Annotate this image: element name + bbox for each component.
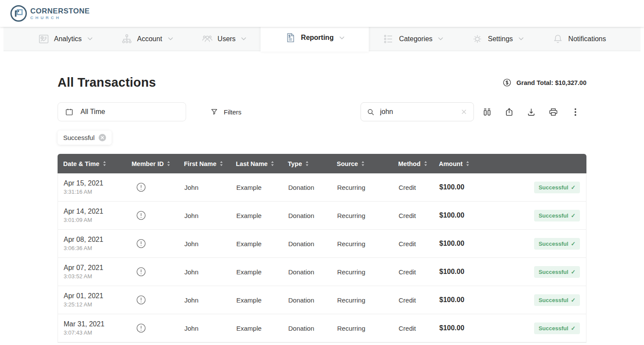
sort-icon [305, 161, 309, 166]
column-header-source[interactable]: Source [337, 160, 398, 167]
nav-item-users[interactable]: Users [187, 27, 261, 51]
alert-circle-icon[interactable] [136, 238, 146, 249]
table-row[interactable]: Apr 01, 20213:25:12 AMJohnExampleDonatio… [58, 286, 586, 314]
column-header-label: Date & Time [63, 160, 100, 167]
account-icon [121, 33, 132, 45]
column-header-method[interactable]: Method [398, 160, 439, 167]
column-header-first-name[interactable]: First Name [184, 160, 236, 167]
sort-icon [167, 161, 171, 166]
cell-type: Donation [288, 240, 337, 247]
table-row[interactable]: Mar 31, 20213:07:43 AMJohnExampleDonatio… [58, 314, 586, 342]
column-header-amount[interactable]: Amount [439, 160, 498, 167]
search-input[interactable] [380, 108, 455, 116]
dollar-circle-icon [502, 78, 512, 87]
filters-label: Filters [224, 108, 242, 116]
cell-amount: $100.00 [439, 268, 498, 276]
check-icon: ✓ [571, 269, 576, 275]
brand-logo[interactable]: CORNERSTONE CHURCH [10, 4, 90, 23]
cell-type: Donation [288, 212, 337, 219]
cell-last-name: Example [236, 325, 288, 332]
cell-last-name: Example [236, 212, 288, 219]
table-row[interactable]: Apr 14, 20213:01:09 AMJohnExampleDonatio… [58, 202, 586, 230]
table-row[interactable]: Apr 15, 20213:31:16 AMJohnExampleDonatio… [58, 173, 586, 202]
cell-type: Donation [288, 296, 337, 304]
cell-member-id [132, 295, 184, 305]
toolbar: All Time Filters [58, 102, 586, 121]
nav-item-account[interactable]: Account [107, 27, 187, 51]
kebab-button[interactable] [564, 102, 586, 121]
table-row[interactable]: Apr 08, 20213:06:36 AMJohnExampleDonatio… [58, 230, 586, 258]
alert-circle-icon[interactable] [136, 323, 146, 333]
cell-first-name: John [184, 212, 236, 219]
column-header-label: First Name [184, 160, 216, 167]
nav-item-notifications[interactable]: Notifications [538, 27, 620, 51]
chevron-down-icon [241, 37, 246, 41]
cell-status: Successful✓ [534, 210, 580, 221]
cell-amount: $100.00 [439, 183, 498, 191]
cell-status: Successful✓ [534, 182, 580, 193]
cell-member-id [132, 238, 184, 249]
kebab-icon [570, 107, 580, 117]
status-badge: Successful✓ [534, 182, 580, 193]
transactions-table: Date & TimeMember IDFirst NameLast NameT… [58, 154, 586, 343]
categories-icon [383, 33, 394, 45]
filters-button[interactable]: Filters [210, 108, 242, 116]
cell-member-id [132, 323, 184, 333]
clear-search-icon[interactable] [460, 108, 468, 116]
cell-method: Credit [399, 212, 439, 219]
columns-button[interactable] [476, 102, 498, 121]
cell-last-name: Example [236, 240, 288, 247]
page-content: All Transactions Grand Total: $10,327.00… [0, 75, 644, 343]
check-icon: ✓ [571, 325, 576, 332]
column-header-label: Member ID [132, 160, 164, 167]
cell-type: Donation [288, 325, 337, 332]
cell-method: Credit [399, 296, 439, 304]
download-button[interactable] [520, 102, 542, 121]
alert-circle-icon[interactable] [136, 267, 146, 277]
app-header: CORNERSTONE CHURCH [0, 0, 644, 27]
main-nav: AnalyticsAccountUsersReportingCategories… [3, 27, 641, 51]
column-header-date-time[interactable]: Date & Time [63, 160, 132, 167]
nav-item-label: Reporting [301, 34, 334, 42]
cell-first-name: John [184, 240, 236, 247]
alert-circle-icon[interactable] [136, 182, 146, 192]
table-row[interactable]: Apr 07, 20213:03:52 AMJohnExampleDonatio… [58, 258, 586, 286]
chevron-down-icon [87, 37, 93, 41]
funnel-icon [210, 108, 218, 116]
print-button[interactable] [542, 102, 564, 121]
date-range-value: All Time [80, 108, 105, 116]
nav-item-settings[interactable]: Settings [457, 27, 538, 51]
column-header-label: Source [337, 160, 358, 167]
chevron-down-icon [168, 37, 173, 41]
calendar-icon [65, 107, 74, 116]
column-header-member-id[interactable]: Member ID [132, 160, 184, 167]
sort-icon [424, 161, 428, 166]
filter-chip-successful[interactable]: Successful [58, 130, 112, 145]
column-header-last-name[interactable]: Last Name [236, 160, 288, 167]
nav-item-reporting[interactable]: Reporting [261, 24, 369, 52]
cell-status: Successful✓ [534, 294, 580, 306]
chevron-down-icon [518, 37, 524, 41]
nav-item-analytics[interactable]: Analytics [24, 27, 107, 51]
export-icon [504, 107, 514, 117]
cell-date-time: Apr 14, 20213:01:09 AM [64, 208, 132, 223]
export-button[interactable] [498, 102, 520, 121]
sort-icon [219, 161, 223, 166]
nav-item-categories[interactable]: Categories [369, 27, 457, 51]
remove-chip-icon[interactable] [99, 134, 106, 141]
cell-member-id [132, 182, 184, 192]
column-header-type[interactable]: Type [288, 160, 337, 167]
alert-circle-icon[interactable] [136, 295, 146, 305]
cell-amount: $100.00 [439, 296, 498, 304]
status-badge: Successful✓ [534, 322, 580, 334]
nav-item-label: Users [218, 35, 236, 43]
alert-circle-icon[interactable] [136, 210, 146, 221]
date-range-select[interactable]: All Time [58, 102, 186, 121]
print-icon [548, 107, 558, 117]
cell-source: Recurring [337, 184, 399, 191]
chevron-down-icon [438, 37, 443, 41]
analytics-icon [38, 33, 49, 45]
grand-total-label: Grand Total: $10,327.00 [516, 79, 586, 86]
nav-item-label: Settings [488, 35, 513, 43]
brand-name: CORNERSTONE [30, 7, 90, 15]
